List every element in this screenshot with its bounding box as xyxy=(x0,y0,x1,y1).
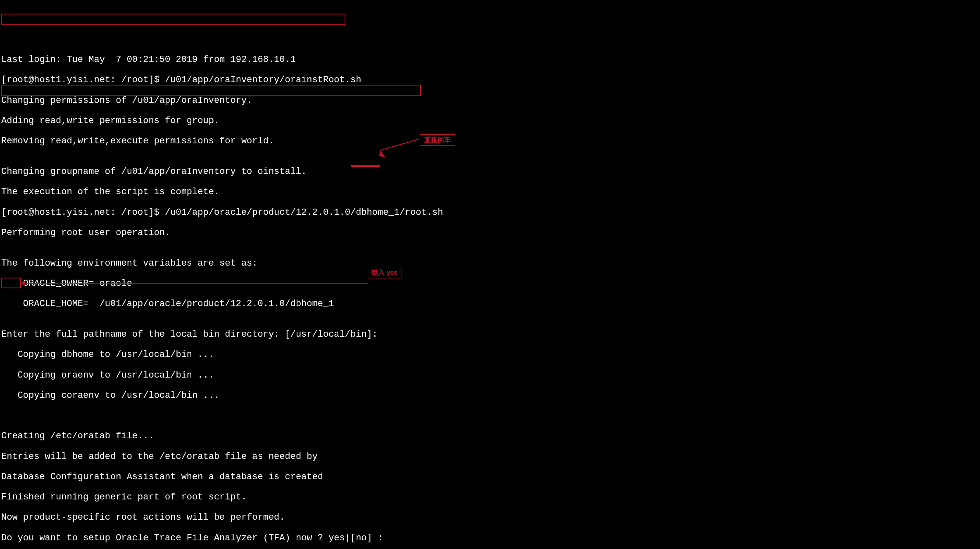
terminal-line: Performing root user operation. xyxy=(1,228,979,238)
terminal-line: Adding read,write permissions for group. xyxy=(1,116,979,126)
terminal-line: Now product-specific root actions will b… xyxy=(1,513,979,523)
terminal-line: Entries will be added to the /etc/oratab… xyxy=(1,452,979,462)
terminal-prompt-line: [root@host1.yisi.net: /root]$ /u01/app/o… xyxy=(1,75,979,86)
terminal-line: Changing permissions of /u01/app/oraInve… xyxy=(1,96,979,106)
highlight-box-command-1 xyxy=(1,14,345,25)
terminal-line: Copying oraenv to /usr/local/bin ... xyxy=(1,371,979,381)
terminal-line: Removing read,write,execute permissions … xyxy=(1,136,979,147)
terminal-line: Last login: Tue May 7 00:21:50 2019 from… xyxy=(1,55,979,65)
arrow-head-icon xyxy=(21,281,25,285)
terminal-prompt-line: [root@host1.yisi.net: /root]$ /u01/app/o… xyxy=(1,208,979,218)
terminal-line: ORACLE_HOME= /u01/app/oracle/product/12.… xyxy=(1,299,979,309)
terminal-line: Database Configuration Assistant when a … xyxy=(1,472,979,482)
annotation-press-enter: 直接回车 xyxy=(420,134,455,146)
terminal-output: Last login: Tue May 7 00:21:50 2019 from… xyxy=(1,45,979,549)
terminal-line: The execution of the script is complete. xyxy=(1,187,979,197)
underline-icon xyxy=(351,165,380,167)
terminal-input-prompt[interactable]: Do you want to setup Oracle Trace File A… xyxy=(1,533,979,544)
terminal-line: Changing groupname of /u01/app/oraInvent… xyxy=(1,167,979,177)
terminal-input-prompt[interactable]: Enter the full pathname of the local bin… xyxy=(1,330,979,340)
annotation-type-yes: 键入 yes xyxy=(367,267,402,278)
terminal-line: Finished running generic part of root sc… xyxy=(1,492,979,503)
terminal-line: The following environment variables are … xyxy=(1,259,979,269)
terminal-line: Copying dbhome to /usr/local/bin ... xyxy=(1,350,979,360)
terminal-line: Creating /etc/oratab file... xyxy=(1,431,979,442)
arrow-line-icon xyxy=(23,283,368,284)
terminal-line: Copying coraenv to /usr/local/bin ... xyxy=(1,391,979,401)
